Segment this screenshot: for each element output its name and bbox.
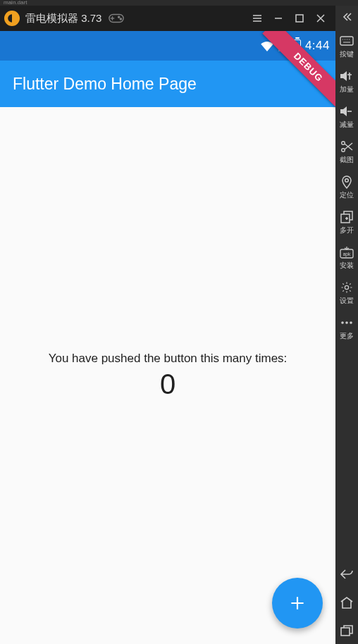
emulator-title: 雷电模拟器 3.73 xyxy=(25,12,101,25)
android-recents-button[interactable] xyxy=(335,617,358,644)
side-tool-location[interactable]: 定位 xyxy=(335,169,358,203)
side-tool-label: 按键 xyxy=(336,49,357,59)
side-tool-label: 加量 xyxy=(336,85,357,94)
side-tool-keymap[interactable]: 按键 xyxy=(335,28,358,62)
side-tool-install-apk[interactable]: apk 安装 xyxy=(335,240,358,273)
side-tool-label: 定位 xyxy=(336,190,357,200)
gear-icon xyxy=(340,280,353,295)
multi-window-icon xyxy=(340,210,353,224)
volume-down-icon xyxy=(340,104,354,118)
scissors-icon xyxy=(340,140,353,154)
svg-point-8 xyxy=(342,149,345,152)
svg-point-15 xyxy=(345,321,348,324)
more-horizontal-icon xyxy=(340,316,353,330)
svg-rect-17 xyxy=(341,628,350,636)
maximize-button[interactable] xyxy=(289,6,310,31)
svg-text:apk: apk xyxy=(343,252,351,257)
side-tool-settings[interactable]: 设置 xyxy=(335,275,358,309)
app-bar-title: Flutter Demo Home Page xyxy=(13,75,197,94)
side-tool-volume-up[interactable]: 加量 xyxy=(335,63,358,97)
apk-icon: apk xyxy=(340,245,354,259)
minimize-button[interactable] xyxy=(268,6,289,31)
side-tool-label: 减量 xyxy=(336,120,357,130)
app-bar: Flutter Demo Home Page xyxy=(0,61,335,107)
app-body: You have pushed the button this many tim… xyxy=(0,107,335,644)
side-tool-label: 设置 xyxy=(336,296,357,306)
keyboard-icon xyxy=(340,34,354,48)
svg-point-4 xyxy=(121,18,122,20)
collapse-toolbar-button[interactable] xyxy=(335,7,358,27)
svg-point-13 xyxy=(345,285,348,289)
close-button[interactable] xyxy=(310,6,331,31)
menu-button[interactable] xyxy=(247,6,268,31)
ide-tab[interactable]: main.dart xyxy=(0,0,358,6)
fab-add-button[interactable] xyxy=(272,578,323,628)
side-tool-label: 更多 xyxy=(336,331,357,341)
svg-point-7 xyxy=(342,142,345,145)
side-tool-volume-down[interactable]: 减量 xyxy=(335,99,358,132)
side-tool-label: 安装 xyxy=(336,261,357,271)
emulator-logo-icon xyxy=(4,11,20,26)
side-tool-label: 多开 xyxy=(336,225,357,235)
volume-up-icon xyxy=(340,69,354,83)
location-pin-icon xyxy=(341,175,352,189)
pushed-label: You have pushed the button this many tim… xyxy=(49,352,288,366)
emulator-window: 雷电模拟器 3.73 4:44 Flutte xyxy=(0,6,335,644)
android-home-button[interactable] xyxy=(335,589,358,616)
side-tool-screenshot[interactable]: 截图 xyxy=(335,134,358,168)
emulator-titlebar[interactable]: 雷电模拟器 3.73 xyxy=(0,6,335,31)
plus-icon xyxy=(288,594,307,612)
svg-rect-5 xyxy=(296,15,303,22)
side-tool-label: 截图 xyxy=(336,155,357,165)
emulator-side-toolbar: 按键 加量 减量 截图 定位 多开 apk 安装 xyxy=(335,6,358,644)
statusbar-time: 4:44 xyxy=(305,39,330,53)
svg-point-14 xyxy=(341,321,344,324)
counter-value: 0 xyxy=(160,369,175,400)
ide-tab-label: main.dart xyxy=(4,0,27,6)
phone-screen: 4:44 Flutter Demo Home Page You have pus… xyxy=(0,31,335,644)
svg-point-3 xyxy=(118,16,120,18)
svg-rect-6 xyxy=(340,37,353,45)
side-tool-multiinstance[interactable]: 多开 xyxy=(335,204,358,238)
side-tool-more[interactable]: 更多 xyxy=(335,310,358,344)
gamepad-icon xyxy=(109,13,124,23)
android-back-button[interactable] xyxy=(335,561,358,588)
svg-point-16 xyxy=(350,321,352,324)
svg-point-9 xyxy=(345,179,349,182)
